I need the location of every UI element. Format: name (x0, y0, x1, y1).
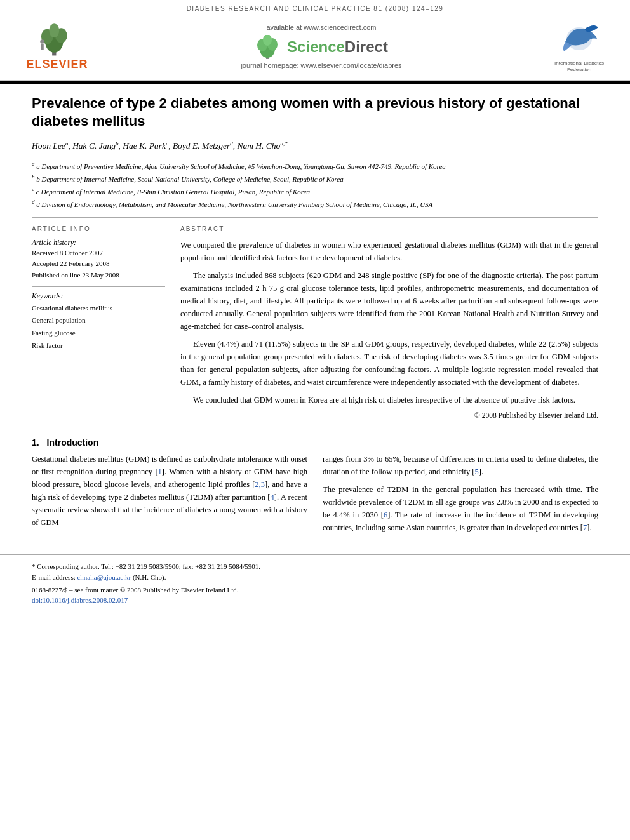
idf-text: International Diabetes Federation (547, 60, 611, 74)
email-note: E-mail address: chnaha@ajou.ac.kr (N.H. … (32, 572, 598, 583)
introduction-section: 1. Introduction Gestational diabetes mel… (32, 437, 598, 539)
keywords-group: Keywords: Gestational diabetes mellitus … (32, 292, 165, 352)
author-hak-jang: Hak C. Jangb, (72, 141, 123, 150)
affiliation-d: d d Division of Endocrinology, Metabolis… (32, 197, 598, 210)
keywords-heading: Keywords: (32, 292, 165, 300)
cite-7[interactable]: 7 (583, 523, 587, 532)
idf-logo: International Diabetes Federation (547, 20, 611, 74)
doi-link[interactable]: doi:10.1016/j.diabres.2008.02.017 (32, 596, 128, 604)
main-content: Prevalence of type 2 diabetes among wome… (0, 84, 630, 552)
email-link[interactable]: chnaha@ajou.ac.kr (77, 573, 131, 581)
received-date: Received 8 October 2007 (32, 248, 165, 259)
abstract-para-4: We concluded that GDM women in Korea are… (180, 394, 598, 406)
idf-logo-icon (559, 20, 600, 58)
issn-text: 0168-8227/$ – see front matter © 2008 Pu… (32, 586, 238, 594)
author-nam-cho: Nam H. Choa,* (237, 141, 287, 150)
article-title: Prevalence of type 2 diabetes among wome… (32, 95, 598, 131)
keyword-1: Gestational diabetes mellitus (32, 302, 165, 315)
intro-right-col: ranges from 3% to 65%, because of differ… (323, 453, 598, 539)
page-footer: * Corresponding author. Tel.: +82 31 219… (0, 554, 630, 609)
intro-title: Introduction (47, 437, 99, 448)
affiliation-c: c c Department of Internal Medicine, Il-… (32, 185, 598, 197)
sciencedirect-center: available at www.sciencedirect.com Scien… (95, 23, 547, 69)
corresponding-author-text: * Corresponding author. Tel.: +82 31 219… (32, 563, 260, 570)
available-at: available at www.sciencedirect.com (95, 23, 547, 31)
cite-2[interactable]: 2,3 (255, 480, 265, 489)
email-suffix: (N.H. Cho). (133, 573, 166, 581)
article-info-label: Article Info (32, 225, 165, 232)
abstract-text: We compared the prevalence of diabetes i… (180, 239, 598, 406)
info-divider (32, 286, 165, 287)
svg-point-4 (49, 24, 59, 38)
author-hae-park: Hae K. Parkc, (123, 141, 173, 150)
footer-doi: doi:10.1016/j.diabres.2008.02.017 (32, 596, 598, 604)
author-hoon-lee: Hoon Leea, (32, 141, 72, 150)
keyword-2: General population (32, 314, 165, 327)
sciencedirect-tree-icon (255, 35, 283, 59)
svg-rect-6 (41, 44, 44, 50)
cite-6[interactable]: 6 (384, 510, 387, 519)
cite-1[interactable]: 1 (158, 467, 162, 476)
svg-point-5 (40, 40, 44, 44)
abstract-para-1: We compared the prevalence of diabetes i… (180, 239, 598, 264)
intro-number: 1. (32, 437, 39, 448)
intro-right-para-2: The prevalence of T2DM in the general po… (323, 483, 598, 534)
abstract-para-2: The analysis included 868 subjects (620 … (180, 269, 598, 333)
intro-heading: 1. Introduction (32, 437, 598, 448)
corresponding-author-note: * Corresponding author. Tel.: +82 31 219… (32, 561, 598, 573)
cite-4[interactable]: 4 (270, 493, 274, 502)
page: Diabetes Research and Clinical Practice … (0, 0, 630, 840)
abstract-label: Abstract (180, 225, 598, 232)
sciencedirect-wordmark: ScienceDirect (287, 38, 388, 56)
copyright: © 2008 Published by Elsevier Ireland Ltd… (180, 411, 598, 419)
authors: Hoon Leea, Hak C. Jangb, Hae K. Parkc, B… (32, 140, 598, 153)
footer-issn: 0168-8227/$ – see front matter © 2008 Pu… (32, 586, 598, 594)
intro-columns: Gestational diabetes mellitus (GDM) is d… (32, 453, 598, 539)
affiliation-a: a a Department of Preventive Medicine, A… (32, 159, 598, 172)
article-info-column: Article Info Article history: Received 8… (32, 225, 165, 419)
elsevier-tree-icon (35, 22, 79, 57)
history-heading: Article history: (32, 239, 165, 246)
abstract-para-3: Eleven (4.4%) and 71 (11.5%) subjects in… (180, 338, 598, 389)
intro-right-para-1: ranges from 3% to 65%, because of differ… (323, 453, 598, 478)
sciencedirect-logo: ScienceDirect (95, 35, 547, 59)
intro-right-text: ranges from 3% to 65%, because of differ… (323, 453, 598, 534)
header-logos: ELSEVIER available at www.sciencedirect.… (13, 16, 617, 77)
intro-left-para-1: Gestational diabetes mellitus (GDM) is d… (32, 453, 307, 529)
cite-5[interactable]: 5 (475, 467, 479, 476)
abstract-column: Abstract We compared the prevalence of d… (180, 225, 598, 419)
keyword-4: Risk factor (32, 340, 165, 352)
svg-point-13 (592, 25, 596, 29)
author-boyd-metzger: Boyd E. Metzgerd, (173, 141, 238, 150)
affiliations: a a Department of Preventive Medicine, A… (32, 159, 598, 218)
elsevier-text: ELSEVIER (26, 58, 88, 71)
intro-left-text: Gestational diabetes mellitus (GDM) is d… (32, 453, 307, 529)
intro-left-col: Gestational diabetes mellitus (GDM) is d… (32, 453, 307, 539)
affiliation-b: b b Department of Internal Medicine, Seo… (32, 172, 598, 185)
article-info-abstract: Article Info Article history: Received 8… (32, 225, 598, 427)
journal-homepage: journal homepage: www.elsevier.com/locat… (95, 62, 547, 69)
accepted-date: Accepted 22 February 2008 (32, 258, 165, 270)
email-label: E-mail address: (32, 573, 76, 581)
elsevier-logo: ELSEVIER (19, 22, 95, 71)
keyword-3: Fasting glucose (32, 327, 165, 340)
journal-title: Diabetes Research and Clinical Practice … (13, 5, 617, 12)
article-history: Article history: Received 8 October 2007… (32, 239, 165, 281)
journal-header: Diabetes Research and Clinical Practice … (0, 0, 630, 81)
published-date: Published on line 23 May 2008 (32, 270, 165, 281)
